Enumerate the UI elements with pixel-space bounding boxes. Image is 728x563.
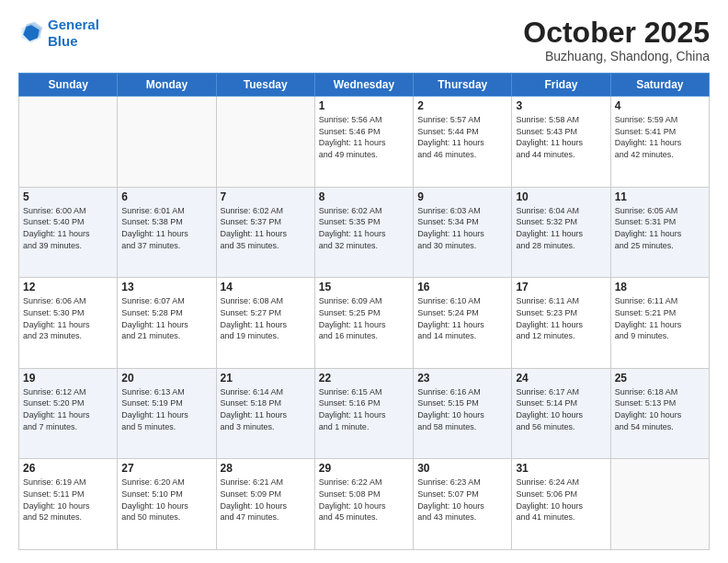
col-saturday: Saturday (610, 74, 709, 97)
day-info: Sunrise: 6:02 AMSunset: 5:35 PMDaylight:… (319, 205, 409, 251)
table-row: 11Sunrise: 6:05 AMSunset: 5:31 PMDayligh… (610, 187, 709, 278)
day-info: Sunrise: 6:17 AMSunset: 5:14 PMDaylight:… (516, 386, 606, 432)
header: General Blue October 2025 Buzhuang, Shan… (18, 17, 710, 63)
day-number: 9 (417, 190, 507, 203)
col-friday: Friday (512, 74, 610, 97)
day-number: 22 (319, 372, 409, 385)
day-number: 28 (221, 462, 311, 475)
table-row (216, 97, 314, 188)
logo: General Blue (18, 17, 99, 50)
day-info: Sunrise: 6:05 AMSunset: 5:31 PMDaylight:… (615, 205, 705, 251)
day-number: 4 (615, 99, 705, 112)
day-number: 12 (23, 281, 113, 293)
table-row: 23Sunrise: 6:16 AMSunset: 5:15 PMDayligh… (414, 368, 512, 459)
table-row: 5Sunrise: 6:00 AMSunset: 5:40 PMDaylight… (19, 187, 118, 278)
table-row: 8Sunrise: 6:02 AMSunset: 5:35 PMDaylight… (314, 187, 413, 278)
day-info: Sunrise: 6:15 AMSunset: 5:16 PMDaylight:… (319, 386, 409, 432)
table-row: 24Sunrise: 6:17 AMSunset: 5:14 PMDayligh… (512, 368, 610, 459)
day-number: 14 (221, 281, 311, 293)
day-number: 2 (417, 99, 507, 112)
logo-line1: General (48, 17, 99, 32)
table-row (118, 97, 216, 188)
table-row: 12Sunrise: 6:06 AMSunset: 5:30 PMDayligh… (19, 278, 118, 369)
day-number: 16 (417, 281, 507, 293)
calendar-week-row: 26Sunrise: 6:19 AMSunset: 5:11 PMDayligh… (19, 459, 710, 550)
day-info: Sunrise: 6:11 AMSunset: 5:23 PMDaylight:… (516, 295, 606, 341)
day-info: Sunrise: 5:59 AMSunset: 5:41 PMDaylight:… (615, 114, 705, 160)
day-info: Sunrise: 5:57 AMSunset: 5:44 PMDaylight:… (417, 114, 507, 160)
table-row: 22Sunrise: 6:15 AMSunset: 5:16 PMDayligh… (314, 368, 413, 459)
day-info: Sunrise: 5:58 AMSunset: 5:43 PMDaylight:… (516, 114, 606, 160)
table-row: 30Sunrise: 6:23 AMSunset: 5:07 PMDayligh… (414, 459, 512, 550)
day-info: Sunrise: 6:00 AMSunset: 5:40 PMDaylight:… (23, 205, 113, 251)
day-number: 21 (221, 372, 311, 385)
col-tuesday: Tuesday (216, 74, 314, 97)
day-info: Sunrise: 6:18 AMSunset: 5:13 PMDaylight:… (615, 386, 705, 432)
table-row: 27Sunrise: 6:20 AMSunset: 5:10 PMDayligh… (118, 459, 216, 550)
table-row: 7Sunrise: 6:02 AMSunset: 5:37 PMDaylight… (216, 187, 314, 278)
calendar-week-row: 5Sunrise: 6:00 AMSunset: 5:40 PMDaylight… (19, 187, 710, 278)
col-thursday: Thursday (414, 74, 512, 97)
table-row: 21Sunrise: 6:14 AMSunset: 5:18 PMDayligh… (216, 368, 314, 459)
table-row: 9Sunrise: 6:03 AMSunset: 5:34 PMDaylight… (414, 187, 512, 278)
day-number: 27 (121, 462, 211, 475)
table-row: 13Sunrise: 6:07 AMSunset: 5:28 PMDayligh… (118, 278, 216, 369)
day-number: 19 (23, 372, 113, 385)
col-wednesday: Wednesday (314, 74, 413, 97)
day-number: 8 (319, 190, 409, 203)
day-number: 15 (319, 281, 409, 293)
day-number: 5 (23, 190, 113, 203)
day-info: Sunrise: 6:13 AMSunset: 5:19 PMDaylight:… (121, 386, 211, 432)
day-info: Sunrise: 6:20 AMSunset: 5:10 PMDaylight:… (121, 477, 211, 523)
table-row: 17Sunrise: 6:11 AMSunset: 5:23 PMDayligh… (512, 278, 610, 369)
table-row: 31Sunrise: 6:24 AMSunset: 5:06 PMDayligh… (512, 459, 610, 550)
day-number: 30 (417, 462, 507, 475)
day-info: Sunrise: 6:07 AMSunset: 5:28 PMDaylight:… (121, 295, 211, 341)
day-info: Sunrise: 5:56 AMSunset: 5:46 PMDaylight:… (319, 114, 409, 160)
logo-icon (18, 20, 44, 46)
table-row: 6Sunrise: 6:01 AMSunset: 5:38 PMDaylight… (118, 187, 216, 278)
table-row: 26Sunrise: 6:19 AMSunset: 5:11 PMDayligh… (19, 459, 118, 550)
day-number: 13 (121, 281, 211, 293)
table-row: 28Sunrise: 6:21 AMSunset: 5:09 PMDayligh… (216, 459, 314, 550)
page: General Blue October 2025 Buzhuang, Shan… (0, 0, 728, 563)
day-info: Sunrise: 6:21 AMSunset: 5:09 PMDaylight:… (221, 477, 311, 523)
day-number: 31 (516, 462, 606, 475)
calendar-header-row: Sunday Monday Tuesday Wednesday Thursday… (19, 74, 710, 97)
day-number: 24 (516, 372, 606, 385)
table-row: 20Sunrise: 6:13 AMSunset: 5:19 PMDayligh… (118, 368, 216, 459)
table-row: 25Sunrise: 6:18 AMSunset: 5:13 PMDayligh… (610, 368, 709, 459)
table-row: 4Sunrise: 5:59 AMSunset: 5:41 PMDaylight… (610, 97, 709, 188)
title-block: October 2025 Buzhuang, Shandong, China (523, 17, 710, 63)
day-number: 10 (516, 190, 606, 203)
table-row: 19Sunrise: 6:12 AMSunset: 5:20 PMDayligh… (19, 368, 118, 459)
day-info: Sunrise: 6:04 AMSunset: 5:32 PMDaylight:… (516, 205, 606, 251)
day-info: Sunrise: 6:08 AMSunset: 5:27 PMDaylight:… (221, 295, 311, 341)
day-info: Sunrise: 6:02 AMSunset: 5:37 PMDaylight:… (221, 205, 311, 251)
calendar-week-row: 19Sunrise: 6:12 AMSunset: 5:20 PMDayligh… (19, 368, 710, 459)
day-info: Sunrise: 6:24 AMSunset: 5:06 PMDaylight:… (516, 477, 606, 523)
location-subtitle: Buzhuang, Shandong, China (523, 49, 710, 63)
col-monday: Monday (118, 74, 216, 97)
day-info: Sunrise: 6:19 AMSunset: 5:11 PMDaylight:… (23, 477, 113, 523)
table-row (19, 97, 118, 188)
table-row: 3Sunrise: 5:58 AMSunset: 5:43 PMDaylight… (512, 97, 610, 188)
day-info: Sunrise: 6:06 AMSunset: 5:30 PMDaylight:… (23, 295, 113, 341)
day-number: 11 (615, 190, 705, 203)
day-info: Sunrise: 6:22 AMSunset: 5:08 PMDaylight:… (319, 477, 409, 523)
day-number: 20 (121, 372, 211, 385)
day-number: 25 (615, 372, 705, 385)
day-info: Sunrise: 6:11 AMSunset: 5:21 PMDaylight:… (615, 295, 705, 341)
day-info: Sunrise: 6:12 AMSunset: 5:20 PMDaylight:… (23, 386, 113, 432)
day-info: Sunrise: 6:16 AMSunset: 5:15 PMDaylight:… (417, 386, 507, 432)
day-info: Sunrise: 6:03 AMSunset: 5:34 PMDaylight:… (417, 205, 507, 251)
table-row: 2Sunrise: 5:57 AMSunset: 5:44 PMDaylight… (414, 97, 512, 188)
day-number: 3 (516, 99, 606, 112)
table-row: 29Sunrise: 6:22 AMSunset: 5:08 PMDayligh… (314, 459, 413, 550)
day-info: Sunrise: 6:10 AMSunset: 5:24 PMDaylight:… (417, 295, 507, 341)
table-row: 14Sunrise: 6:08 AMSunset: 5:27 PMDayligh… (216, 278, 314, 369)
day-number: 23 (417, 372, 507, 385)
day-number: 17 (516, 281, 606, 293)
calendar-week-row: 1Sunrise: 5:56 AMSunset: 5:46 PMDaylight… (19, 97, 710, 188)
logo-line2: Blue (48, 33, 78, 49)
